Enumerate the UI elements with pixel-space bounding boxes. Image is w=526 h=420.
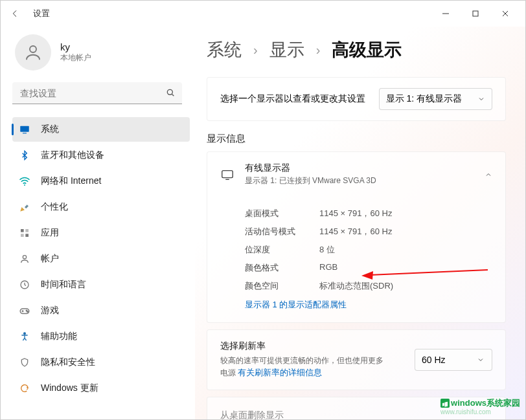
bluetooth-icon: [19, 149, 30, 161]
search-icon: [165, 87, 176, 98]
svg-rect-6: [21, 229, 24, 232]
maximize-button[interactable]: [461, 3, 490, 24]
display-select-value: 显示 1: 有线显示器: [386, 93, 462, 105]
window-title: 设置: [33, 8, 50, 19]
accounts-icon: [19, 253, 30, 265]
chevron-up-icon: [485, 171, 492, 179]
kv-desktop-mode: 桌面模式1145 × 791，60 Hz: [245, 208, 492, 219]
sidebar-item-label: 系统: [41, 124, 59, 135]
chevron-down-icon: [477, 95, 485, 103]
breadcrumb-display[interactable]: 显示: [269, 38, 304, 61]
apps-icon: [19, 227, 30, 239]
windows-update-icon: [19, 382, 30, 394]
sidebar-item-time-language[interactable]: 时间和语言: [12, 272, 190, 297]
display-info-header[interactable]: 有线显示器 显示器 1: 已连接到 VMware SVGA 3D: [207, 152, 505, 197]
sidebar-item-gaming[interactable]: 游戏: [12, 298, 190, 323]
svg-rect-16: [222, 170, 233, 177]
sidebar-item-label: 辅助功能: [41, 331, 77, 342]
adapter-properties-link[interactable]: 显示器 1 的显示适配器属性: [245, 300, 347, 309]
accessibility-icon: [19, 331, 30, 342]
svg-point-14: [27, 311, 29, 313]
chevron-down-icon: [477, 356, 485, 364]
sidebar-item-accessibility[interactable]: 辅助功能: [12, 324, 190, 349]
sidebar-item-label: Windows 更新: [41, 382, 98, 394]
sidebar-item-label: 个性化: [41, 201, 68, 213]
breadcrumb-system[interactable]: 系统: [207, 38, 242, 61]
sidebar-item-privacy[interactable]: 隐私和安全性: [12, 350, 190, 375]
close-button[interactable]: [490, 3, 520, 24]
refresh-rate-dropdown[interactable]: 60 Hz: [415, 349, 492, 371]
monitor-icon: [220, 168, 234, 182]
refresh-title: 选择刷新率: [220, 340, 389, 352]
time-language-icon: [19, 279, 30, 291]
profile-name: ky: [60, 41, 91, 52]
sidebar-item-label: 帐户: [41, 253, 59, 265]
sidebar-item-label: 网络和 Internet: [41, 175, 101, 187]
privacy-icon: [19, 357, 30, 368]
display-select-label: 选择一个显示器以查看或更改其设置: [220, 93, 365, 105]
breadcrumb-advanced-display: 高级显示: [332, 38, 402, 61]
svg-rect-4: [23, 133, 27, 133]
profile[interactable]: ky 本地帐户: [12, 34, 190, 71]
personalization-icon: [19, 201, 30, 213]
svg-point-5: [24, 184, 25, 186]
svg-point-10: [23, 256, 26, 259]
sidebar-item-label: 蓝牙和其他设备: [41, 149, 104, 161]
kv-active-signal: 活动信号模式1145 × 791，60 Hz: [245, 226, 492, 238]
refresh-rate-value: 60 Hz: [422, 355, 446, 365]
search-box[interactable]: [12, 82, 182, 104]
svg-rect-7: [25, 229, 29, 232]
sidebar-item-apps[interactable]: 应用: [12, 221, 190, 245]
svg-rect-9: [25, 234, 29, 237]
sidebar-item-windows-update[interactable]: Windows 更新: [12, 376, 190, 401]
kv-color-space: 颜色空间标准动态范围(SDR): [245, 280, 492, 292]
network-icon: [19, 175, 30, 187]
minimize-button[interactable]: [431, 3, 461, 24]
svg-rect-3: [20, 126, 29, 132]
display-sub: 显示器 1: 已连接到 VMware SVGA 3D: [245, 175, 376, 186]
system-icon: [19, 124, 30, 135]
display-name: 有线显示器: [245, 162, 376, 174]
search-input[interactable]: [12, 82, 182, 104]
sidebar-item-bluetooth[interactable]: 蓝牙和其他设备: [12, 143, 190, 168]
remove-display-title: 从桌面删除显示: [220, 408, 492, 420]
sidebar-item-system[interactable]: 系统: [12, 117, 190, 142]
svg-point-2: [167, 89, 172, 94]
sidebar-item-label: 应用: [41, 227, 59, 239]
chevron-right-icon: ›: [253, 43, 258, 58]
chevron-right-icon: ›: [316, 43, 321, 58]
breadcrumb: 系统 › 显示 › 高级显示: [207, 38, 506, 61]
display-select-dropdown[interactable]: 显示 1: 有线显示器: [379, 88, 492, 110]
sidebar-item-label: 时间和语言: [41, 279, 86, 291]
sidebar-item-label: 游戏: [41, 305, 59, 316]
back-button[interactable]: [6, 5, 24, 23]
gaming-icon: [19, 305, 30, 316]
kv-color-format: 颜色格式RGB: [245, 262, 492, 274]
sidebar-item-accounts[interactable]: 帐户: [12, 247, 190, 271]
display-info-title: 显示信息: [207, 133, 506, 145]
refresh-info-link[interactable]: 有关刷新率的详细信息: [238, 368, 322, 377]
svg-point-15: [24, 333, 26, 335]
sidebar-item-label: 隐私和安全性: [41, 357, 95, 368]
avatar: [15, 34, 51, 71]
profile-sub: 本地帐户: [60, 52, 91, 63]
sidebar-item-network[interactable]: 网络和 Internet: [12, 169, 190, 193]
refresh-desc: 较高的速率可提供更流畅的动作，但也使用更多电源 有关刷新率的详细信息: [220, 355, 389, 379]
svg-rect-8: [21, 234, 24, 237]
svg-rect-0: [473, 11, 478, 16]
svg-point-1: [30, 46, 36, 52]
kv-bit-depth: 位深度8 位: [245, 244, 492, 256]
sidebar-item-personalization[interactable]: 个性化: [12, 195, 190, 219]
